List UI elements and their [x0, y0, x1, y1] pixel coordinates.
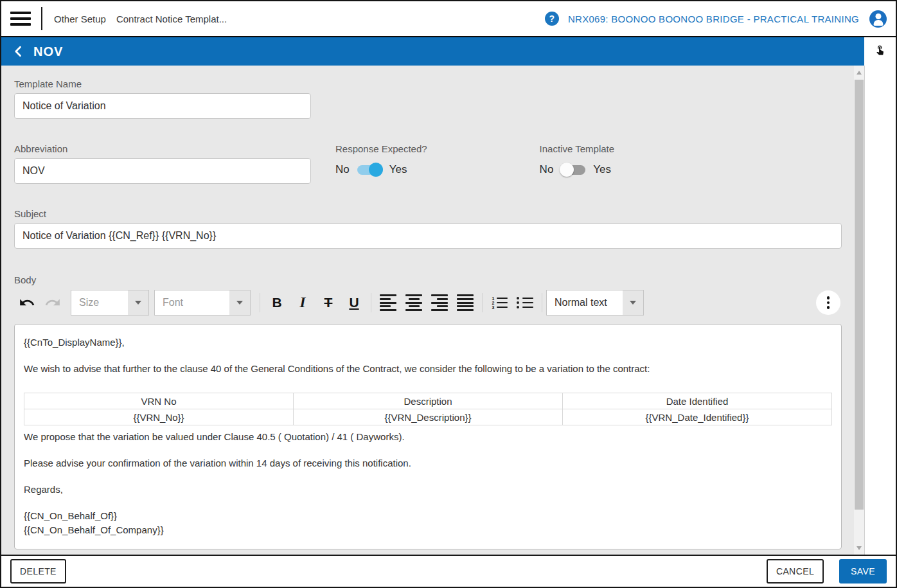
- hamburger-menu-icon[interactable]: [10, 12, 31, 26]
- abbreviation-field-group: Abbreviation: [14, 143, 311, 184]
- italic-icon[interactable]: I: [290, 290, 315, 316]
- vertical-scrollbar[interactable]: [854, 66, 864, 555]
- page-title: NOV: [33, 44, 63, 59]
- paragraph-style-value: Normal text: [547, 290, 623, 315]
- toolbar-separator: [371, 293, 371, 312]
- paragraph-style-dropdown[interactable]: Normal text: [546, 290, 644, 316]
- subject-label: Subject: [14, 208, 854, 219]
- subject-input[interactable]: [14, 223, 842, 249]
- subject-field-group: Subject: [14, 208, 854, 249]
- font-size-value: Size: [71, 290, 128, 315]
- font-family-dropdown[interactable]: Font: [154, 290, 251, 316]
- inactive-template-yes-label: Yes: [593, 163, 611, 176]
- table-row: {{VRN_No}} {{VRN_Description}} {{VRN_Dat…: [24, 409, 832, 425]
- underline-icon[interactable]: U: [341, 290, 367, 316]
- table-header-description: Description: [294, 393, 563, 409]
- bold-icon[interactable]: B: [264, 290, 290, 316]
- chevron-down-icon: [128, 290, 148, 315]
- response-expected-no-label: No: [335, 163, 350, 176]
- more-options-icon[interactable]: [816, 290, 840, 315]
- undo-icon[interactable]: [14, 290, 40, 316]
- title-row: NOV: [1, 37, 896, 66]
- toolbar-separator: [482, 293, 483, 312]
- editor-paragraph: We propose that the variation be valued …: [24, 431, 832, 443]
- template-name-label: Template Name: [14, 78, 854, 89]
- abbreviation-row: Abbreviation Response Expected? No Yes I…: [14, 143, 854, 184]
- editor-paragraph: Regards,: [24, 483, 832, 496]
- table-cell-date-identified: {{VRN_Date_Identified}}: [563, 409, 832, 425]
- table-header-vrn-no: VRN No: [24, 393, 294, 409]
- align-right-icon[interactable]: [427, 290, 452, 316]
- table-header-row: VRN No Description Date Identified: [24, 393, 832, 409]
- response-expected-label: Response Expected?: [335, 143, 427, 154]
- chevron-down-icon: [623, 290, 643, 315]
- editor-paragraph: {{CnTo_DisplayName}},: [24, 336, 832, 349]
- breadcrumb-other-setup[interactable]: Other Setup: [54, 13, 106, 24]
- scroll-down-icon[interactable]: [854, 542, 864, 553]
- body-label: Body: [14, 274, 854, 285]
- strikethrough-icon[interactable]: T: [315, 290, 341, 316]
- page-header: NOV: [1, 37, 864, 66]
- action-bar: DELETE CANCEL SAVE: [1, 555, 896, 587]
- template-name-field-group: Template Name: [14, 78, 854, 119]
- inactive-template-group: Inactive Template No Yes: [540, 143, 614, 184]
- editor-toolbar: Size Font B I T U: [14, 288, 842, 317]
- back-button[interactable]: [9, 42, 28, 61]
- toolbar-separator: [260, 293, 260, 312]
- breadcrumb-contract-notice-templates[interactable]: Contract Notice Templat...: [116, 13, 227, 24]
- inactive-template-no-label: No: [540, 163, 554, 176]
- template-name-input[interactable]: [14, 93, 311, 119]
- chevron-down-icon: [229, 290, 250, 315]
- response-expected-group: Response Expected? No Yes: [335, 143, 427, 184]
- editor-paragraph: {{CN_On_Behalf_Of}}: [24, 510, 832, 522]
- right-strip: [864, 66, 896, 555]
- align-left-icon[interactable]: [375, 290, 401, 316]
- save-button[interactable]: SAVE: [839, 559, 887, 584]
- breadcrumb: Other Setup Contract Notice Templat...: [54, 13, 237, 24]
- topbar-divider: [41, 7, 42, 30]
- right-strip-top: [864, 37, 896, 66]
- app-window: Other Setup Contract Notice Templat... ?…: [0, 0, 897, 588]
- scroll-up-icon[interactable]: [854, 67, 864, 78]
- table-cell-vrn-no: {{VRN_No}}: [24, 409, 294, 425]
- body-editor[interactable]: {{CnTo_DisplayName}}, We wish to advise …: [14, 324, 842, 549]
- variation-table: VRN No Description Date Identified {{VRN…: [24, 393, 832, 425]
- abbreviation-label: Abbreviation: [14, 143, 311, 154]
- inactive-template-toggle[interactable]: [561, 165, 585, 175]
- scrollbar-thumb[interactable]: [855, 80, 864, 510]
- user-avatar-icon[interactable]: [869, 10, 887, 28]
- font-family-value: Font: [155, 290, 229, 315]
- table-cell-description: {{VRN_Description}}: [294, 409, 563, 425]
- ordered-list-icon[interactable]: 1 2 3: [486, 290, 512, 316]
- cancel-button[interactable]: CANCEL: [767, 559, 824, 584]
- project-title-link[interactable]: NRX069: BOONOO BOONOO BRIDGE - PRACTICAL…: [568, 13, 859, 24]
- help-icon[interactable]: ?: [545, 12, 559, 26]
- bullet-list-icon[interactable]: [512, 290, 538, 316]
- toolbar-separator: [542, 293, 542, 312]
- align-justify-icon[interactable]: [452, 290, 478, 316]
- inactive-template-label: Inactive Template: [540, 143, 614, 154]
- align-center-icon[interactable]: [401, 290, 427, 316]
- main-row: Template Name Abbreviation Response Expe…: [1, 66, 896, 555]
- table-header-date-identified: Date Identified: [563, 393, 832, 409]
- editor-paragraph: We wish to advise that further to the cl…: [24, 362, 832, 375]
- editor-paragraph: {{CN_On_Behalf_Of_Company}}: [24, 524, 832, 537]
- redo-icon[interactable]: [40, 290, 66, 316]
- template-form: Template Name Abbreviation Response Expe…: [1, 66, 854, 555]
- touch-pointer-icon[interactable]: [875, 43, 885, 56]
- abbreviation-input[interactable]: [14, 158, 311, 184]
- response-expected-toggle[interactable]: [357, 165, 382, 175]
- font-size-dropdown[interactable]: Size: [71, 290, 149, 316]
- editor-paragraph: Please advise your confirmation of the v…: [24, 457, 832, 470]
- top-bar: Other Setup Contract Notice Templat... ?…: [1, 1, 896, 37]
- delete-button[interactable]: DELETE: [10, 559, 66, 584]
- chevron-left-icon: [12, 45, 25, 58]
- response-expected-yes-label: Yes: [389, 163, 407, 176]
